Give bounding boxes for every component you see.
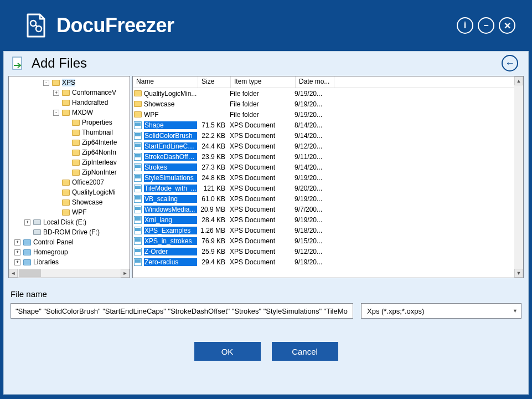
tree-item-label: Homegroup <box>33 248 68 256</box>
cancel-button[interactable]: Cancel <box>272 342 338 361</box>
file-date: 9/15/20... <box>295 237 333 245</box>
file-row[interactable]: TileMode_with_...121 KBXPS Document9/20/… <box>133 183 523 193</box>
expand-icon[interactable]: + <box>14 239 20 245</box>
file-row[interactable]: SolidColorBrush22.2 KBXPS Document9/14/2… <box>133 130 523 141</box>
file-size: 121 KB <box>197 185 230 192</box>
file-type: XPS Document <box>230 206 295 213</box>
folder-icon <box>134 111 142 117</box>
scroll-left-icon[interactable]: ◄ <box>9 269 18 278</box>
tree-item[interactable]: QualityLogicMi <box>9 187 130 197</box>
file-row[interactable]: Strokes27.3 KBXPS Document9/14/20... <box>133 162 523 172</box>
tree-item[interactable]: ZipInterleav <box>9 157 130 167</box>
tree-item-label: MXDW <box>72 109 93 116</box>
file-type: XPS Document <box>230 121 295 129</box>
tree-item[interactable]: -XPS <box>9 78 130 88</box>
file-list-header[interactable]: Name Size Item type Date mo... <box>133 76 523 88</box>
file-name: SolidColorBrush <box>144 132 197 140</box>
tree-item[interactable]: +ConformanceV <box>9 88 130 98</box>
tree-item[interactable]: Properties <box>9 117 130 127</box>
tree-item[interactable]: +Homegroup <box>9 247 130 257</box>
back-button[interactable]: ← <box>502 55 518 71</box>
file-row[interactable]: XPS_Examples1.26 MBXPS Document9/18/20..… <box>133 225 523 236</box>
ok-button[interactable]: OK <box>194 342 261 361</box>
tree-spacer <box>53 209 59 216</box>
file-row[interactable]: StrokeDashOffs...23.9 KBXPS Document9/11… <box>133 151 523 162</box>
file-row[interactable]: ShowcaseFile folder9/19/20... <box>133 99 523 109</box>
column-size[interactable]: Size <box>198 76 231 88</box>
drive-icon <box>33 228 42 237</box>
xps-file-icon <box>134 258 142 266</box>
file-date: 9/19/20... <box>295 90 333 98</box>
xps-file-icon <box>134 121 142 129</box>
scroll-thumb[interactable] <box>19 269 41 277</box>
filetype-value: Xps (*.xps;*.oxps) <box>367 307 424 315</box>
close-button[interactable]: ✕ <box>499 17 515 34</box>
collapse-icon[interactable]: - <box>53 110 59 116</box>
tree-item[interactable]: +Control Panel <box>9 237 130 247</box>
tree-spacer <box>53 200 59 206</box>
file-name: TileMode_with_... <box>144 185 197 192</box>
collapse-icon[interactable]: - <box>43 80 49 86</box>
tree-item[interactable]: BD-ROM Drive (F:) <box>9 227 130 237</box>
file-name: StyleSimulations <box>144 174 197 182</box>
file-row[interactable]: StartEndLineCa...24.4 KBXPS Document9/12… <box>133 141 523 151</box>
file-date: 9/20/20... <box>295 185 333 192</box>
scroll-up-icon[interactable]: ▲ <box>514 76 523 85</box>
tree-item-label: Properties <box>82 119 112 126</box>
dialog-header: Add Files ← <box>4 52 528 76</box>
file-type: File folder <box>230 100 295 108</box>
filetype-select[interactable]: Xps (*.xps;*.oxps) ▼ <box>361 303 521 319</box>
file-row[interactable]: XPS_in_strokes76.9 KBXPS Document9/15/20… <box>133 236 523 246</box>
tree-item-label: XPS <box>62 79 75 86</box>
file-size: 24.8 KB <box>197 174 230 182</box>
info-button[interactable]: i <box>457 17 473 34</box>
expand-icon[interactable]: + <box>24 219 30 226</box>
tree-item[interactable]: Thumbnail <box>9 127 130 137</box>
file-size: 1.26 MB <box>197 227 230 234</box>
column-name[interactable]: Name <box>133 76 198 88</box>
xps-file-icon <box>134 142 142 150</box>
file-size: 71.5 KB <box>197 121 230 129</box>
scroll-right-icon[interactable]: ► <box>121 269 130 278</box>
tree-item[interactable]: Showcase <box>9 197 130 207</box>
column-date[interactable]: Date mo... <box>296 76 334 88</box>
file-row[interactable]: WindowsMedia...20.9 MBXPS Document9/7/20… <box>133 204 523 214</box>
file-name: WindowsMedia... <box>144 206 197 213</box>
file-row[interactable]: WPFFile folder9/19/20... <box>133 109 523 120</box>
file-row[interactable]: Xml_lang28.4 KBXPS Document9/19/20... <box>133 214 523 225</box>
filename-label: File name <box>11 289 521 299</box>
tree-item[interactable]: WPF <box>9 207 130 217</box>
file-row[interactable]: Z-Order25.9 KBXPS Document9/12/20... <box>133 246 523 257</box>
tree-item[interactable]: Zip64Interle <box>9 137 130 147</box>
tree-horizontal-scrollbar[interactable]: ◄ ► <box>9 269 130 278</box>
folder-tree-panel: -XPS+ConformanceVHandcrafted-MXDWPropert… <box>8 76 130 278</box>
tree-item[interactable]: +Libraries <box>9 257 130 267</box>
svg-rect-3 <box>13 57 22 69</box>
tree-item[interactable]: -MXDW <box>9 108 130 117</box>
minimize-button[interactable]: − <box>478 17 494 34</box>
tree-item[interactable]: Handcrafted <box>9 98 130 108</box>
file-row[interactable]: QualityLogicMin...File folder9/19/20... <box>133 88 523 99</box>
tree-item[interactable]: ZipNonInter <box>9 167 130 177</box>
tree-spacer <box>63 150 69 156</box>
list-vertical-scrollbar[interactable]: ▲ ▼ <box>514 76 523 278</box>
file-row[interactable]: StyleSimulations24.8 KBXPS Document9/19/… <box>133 172 523 183</box>
file-row[interactable]: VB_scaling61.0 KBXPS Document9/19/20... <box>133 193 523 204</box>
file-size: 25.9 KB <box>197 248 230 255</box>
expand-icon[interactable]: + <box>14 259 20 265</box>
tree-item[interactable]: Zip64NonIn <box>9 147 130 157</box>
folder-icon <box>61 98 70 107</box>
folder-icon <box>71 168 80 177</box>
file-row[interactable]: Shape71.5 KBXPS Document8/14/20... <box>133 120 523 130</box>
expand-icon[interactable]: + <box>53 90 59 96</box>
column-type[interactable]: Item type <box>231 76 296 88</box>
tree-item[interactable]: +Local Disk (E:) <box>9 217 130 227</box>
folder-icon <box>61 108 70 117</box>
file-row[interactable]: Zero-radius29.4 KBXPS Document9/19/20... <box>133 257 523 267</box>
tree-item[interactable]: Office2007 <box>9 177 130 187</box>
scroll-down-icon[interactable]: ▼ <box>514 269 523 278</box>
tree-item-label: WPF <box>72 208 87 216</box>
file-date: 9/19/20... <box>295 195 333 203</box>
expand-icon[interactable]: + <box>14 249 20 255</box>
filename-input[interactable] <box>11 303 353 319</box>
